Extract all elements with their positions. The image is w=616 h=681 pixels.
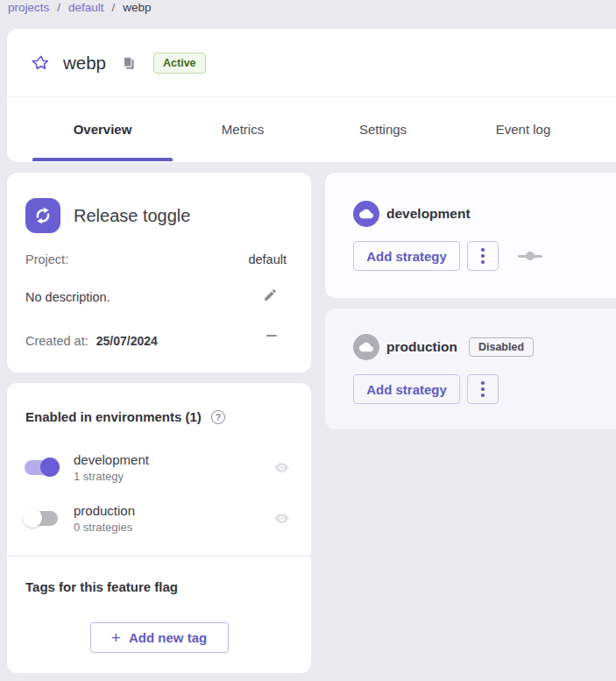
created-label: Created at: [25,334,89,348]
more-actions-button[interactable] [467,374,499,404]
add-strategy-button[interactable]: Add strategy [353,241,460,271]
environment-row-production: production 0 strategies [23,498,290,538]
more-actions-button[interactable] [467,241,499,271]
environment-card-title: development [386,206,471,222]
help-icon[interactable]: ? [211,410,225,424]
visibility-toggle-production[interactable] [273,510,290,527]
copy-name-button[interactable] [121,55,137,71]
collapse-button[interactable] [266,330,277,342]
breadcrumb-separator: / [112,1,116,14]
created-row: Created at: 25/07/2024 [25,334,287,348]
environments-panel: Enabled in environments (1) ? developmen… [7,383,311,673]
flag-description: No description. [25,290,110,304]
add-new-tag-label: Add new tag [129,630,207,645]
add-new-tag-button[interactable]: + Add new tag [90,622,229,653]
breadcrumb-link-default[interactable]: default [68,1,104,14]
environment-toggle-production[interactable] [23,508,60,528]
breadcrumb-separator: / [57,1,60,14]
page-title: webp [63,53,106,74]
environment-card-title: production [386,339,457,355]
copy-icon [121,55,137,71]
kebab-icon [481,381,485,385]
project-row: Project: default [25,252,287,266]
tab-settings[interactable]: Settings [313,97,453,161]
active-tab-indicator [32,158,173,161]
description-row: No description. [25,290,287,304]
star-icon [32,53,51,73]
breadcrumb: projects / default / webp [8,1,152,14]
feature-overview-page: projects / default / webp webp Active [0,0,616,681]
visibility-toggle-development[interactable] [273,459,290,476]
pencil-icon [263,287,278,302]
kebab-icon [481,248,485,252]
sync-icon [32,204,54,227]
environment-card-production: production Disabled Add strategy [325,309,616,429]
created-value: 25/07/2024 [96,334,158,348]
environment-name: development [74,452,149,467]
flag-type-title: Release toggle [74,198,190,233]
add-strategy-button[interactable]: Add strategy [353,374,460,404]
minus-icon [266,335,277,337]
plus-icon: + [111,629,121,646]
eye-icon [273,510,290,527]
tags-title: Tags for this feature flag [25,579,178,594]
project-value: default [248,252,287,266]
environment-name: production [74,503,135,518]
breadcrumb-current: webp [123,1,151,14]
slider-icon[interactable] [518,252,542,260]
environment-badge [353,334,379,360]
environment-toggle-development[interactable] [23,458,60,477]
environment-badge [353,201,379,227]
tab-metrics[interactable]: Metrics [173,97,313,161]
eye-icon [273,459,290,476]
environment-card-development: development Add strategy [325,173,616,298]
environments-title: Enabled in environments (1) [25,409,202,424]
status-badge: Active [153,53,206,74]
tab-overview[interactable]: Overview [32,97,173,161]
tab-event-log[interactable]: Event log [453,97,593,161]
environment-row-development: development 1 strategy [23,447,290,487]
tabs-row: Overview Metrics Settings Event log [7,97,616,161]
feature-header-card: webp Active Overview Metrics Settings Ev… [7,29,616,162]
flag-details-card: Release toggle Project: default No descr… [7,173,311,372]
strategy-count: 1 strategy [74,470,149,483]
cloud-icon [359,207,373,221]
release-toggle-icon [25,198,60,233]
cloud-icon [359,340,373,354]
strategy-count: 0 strategies [74,521,135,534]
divider [7,556,311,557]
breadcrumb-link-projects[interactable]: projects [8,1,49,14]
disabled-chip: Disabled [469,337,534,357]
feature-title-row: webp Active [7,29,616,97]
favorite-button[interactable] [32,53,51,73]
project-label: Project: [25,252,68,266]
edit-description-button[interactable] [263,287,278,302]
